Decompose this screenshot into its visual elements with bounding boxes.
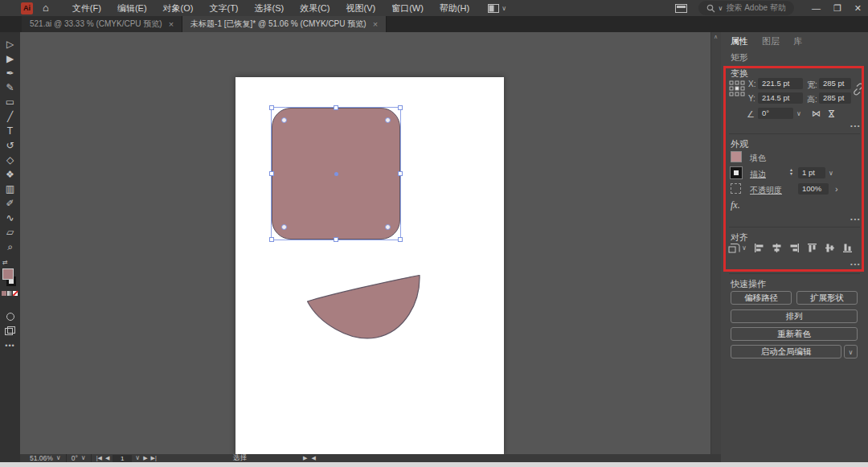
color-mode-icon[interactable] [2,291,6,296]
zoom-level-control[interactable]: 51.06% ∨ [25,454,66,462]
menu-type[interactable]: 文字(T) [202,0,245,16]
eraser-tool[interactable]: ◇ [0,153,20,167]
minimize-button[interactable]: — [812,0,821,16]
shape-builder-tool[interactable]: ❖ [0,167,20,182]
align-top-icon[interactable] [807,243,817,253]
tab-properties[interactable]: 属性 [731,35,748,47]
menu-window[interactable]: 窗口(W) [384,0,431,16]
screen-mode-icon[interactable] [5,326,15,335]
align-more-icon[interactable]: ••• [850,260,861,268]
document-tab-untitled[interactable]: 未标题-1 [已恢复]* @ 51.06 % (CMYK/CPU 预览) × [182,16,387,32]
gradient-mode-icon[interactable] [7,291,12,296]
help-search[interactable]: ∨ 搜索 Adobe 帮助 [698,1,794,15]
align-right-icon[interactable] [789,243,800,253]
fill-swatch[interactable] [2,268,14,280]
y-input[interactable]: 214.5 pt [758,92,803,104]
menu-object[interactable]: 对象(O) [156,0,201,16]
opacity-label[interactable]: 不透明度 [750,185,782,196]
canvas-area[interactable]: ∧ [20,32,721,454]
menu-effect[interactable]: 效果(C) [293,0,337,16]
align-horizontal-center-icon[interactable] [772,243,782,253]
stroke-dropdown-icon[interactable]: ∨ [829,170,833,177]
selection-tool[interactable]: ▷ [0,37,20,51]
menu-help[interactable]: 帮助(H) [432,0,477,16]
align-left-icon[interactable] [754,243,764,253]
pen-tool[interactable]: ✒ [0,66,20,80]
draw-mode-icon[interactable] [6,312,15,322]
menu-view[interactable]: 视图(V) [338,0,383,16]
curvature-tool[interactable]: ✎ [0,80,20,95]
width-input[interactable]: 285 pt [819,78,851,89]
constrain-proportions-icon[interactable] [853,82,864,96]
transform-more-icon[interactable]: ••• [850,122,861,129]
next-artboard-button[interactable]: ▶ [143,454,147,462]
chevron-down-icon[interactable]: ∨ [135,454,140,462]
gradient-tool[interactable]: ▥ [0,182,20,196]
home-icon[interactable]: ⌂ [43,0,49,16]
tab-close-icon[interactable]: × [373,19,378,29]
scroll-up-icon[interactable]: ∧ [714,34,718,40]
toolbar-more-icon[interactable]: ••• [5,342,14,350]
x-input[interactable]: 221.5 pt [758,78,803,89]
previous-artboard-button[interactable]: ◀ [105,454,109,462]
opacity-panel-arrow[interactable]: › [835,184,838,194]
artboard-tool[interactable]: ▱ [0,225,20,240]
tab-libraries[interactable]: 库 [793,35,802,47]
close-button[interactable]: ✕ [854,0,862,16]
align-to-selector[interactable]: ∨ [728,243,747,253]
menu-edit[interactable]: 编辑(E) [110,0,154,16]
none-mode-icon[interactable] [13,291,18,296]
app-logo-icon[interactable]: Ai [21,2,33,14]
offset-path-button[interactable]: 偏移路径 [731,291,792,305]
first-artboard-button[interactable]: |◀ [96,454,102,462]
document-tab-521[interactable]: 521.ai @ 33.33 % (CMYK/CPU 预览) × [22,16,182,32]
paintbrush-tool[interactable]: ╱ [0,109,20,124]
stroke-weight-input[interactable]: 1 pt [798,167,825,178]
flip-vertical-icon[interactable]: ⋈ [826,109,837,118]
reference-point-icon[interactable] [729,80,745,96]
vertical-scrollbar[interactable]: ∧ [710,32,721,454]
stroke-label[interactable]: 描边 [750,169,766,180]
tab-layers[interactable]: 图层 [762,35,780,47]
menu-select[interactable]: 选择(S) [248,0,292,16]
selection-handle[interactable] [269,105,274,110]
rotation-dropdown-icon[interactable]: ∨ [796,110,801,117]
swap-fill-stroke-icon[interactable]: ⇄ [2,259,8,266]
selection-handle[interactable] [398,105,403,110]
direct-selection-tool[interactable]: ▶ [0,51,20,66]
global-edit-dropdown[interactable]: ∨ [844,345,858,358]
menu-file[interactable]: 文件(F) [65,0,108,16]
height-input[interactable]: 285 pt [819,92,851,104]
type-tool[interactable]: T [0,124,20,138]
rotation-control[interactable]: 0° ∨ [67,454,91,462]
fx-button[interactable]: fx. [731,199,740,211]
selection-handle[interactable] [269,237,274,242]
rounded-square-shape[interactable] [272,108,400,240]
appearance-more-icon[interactable]: ••• [850,215,861,223]
tab-close-icon[interactable]: × [169,19,174,29]
crescent-shape[interactable] [307,275,420,342]
align-vertical-center-icon[interactable] [825,243,835,253]
expand-shape-button[interactable]: 扩展形状 [796,291,858,305]
stroke-weight-stepper[interactable]: ▴▾ [790,168,792,176]
workspace-switcher[interactable]: ∨ [488,4,506,13]
eyedropper-tool[interactable]: ✐ [0,196,20,211]
opacity-icon[interactable] [731,183,741,194]
selection-handle[interactable] [398,237,403,242]
arrange-button[interactable]: 排列 [731,309,858,323]
arrange-documents-icon[interactable] [675,4,687,13]
rotation-input[interactable]: 0° [758,108,793,119]
rectangle-tool[interactable]: ▭ [0,95,20,109]
align-bottom-icon[interactable] [842,243,853,253]
recolor-button[interactable]: 重新着色 [731,327,858,341]
global-edit-button[interactable]: 启动全局编辑 [731,345,841,358]
restore-button[interactable]: ❐ [833,0,841,16]
stroke-color-swatch[interactable] [731,167,742,178]
hand-tool[interactable]: ∿ [0,211,20,225]
artboard-number-field[interactable]: 1 [113,455,132,462]
fill-color-swatch[interactable] [731,151,742,162]
flip-horizontal-icon[interactable]: ⋈ [812,109,821,119]
rotate-tool[interactable]: ↺ [0,138,20,153]
last-artboard-button[interactable]: ▶| [151,454,157,462]
zoom-tool[interactable]: ⌕ [0,240,20,254]
